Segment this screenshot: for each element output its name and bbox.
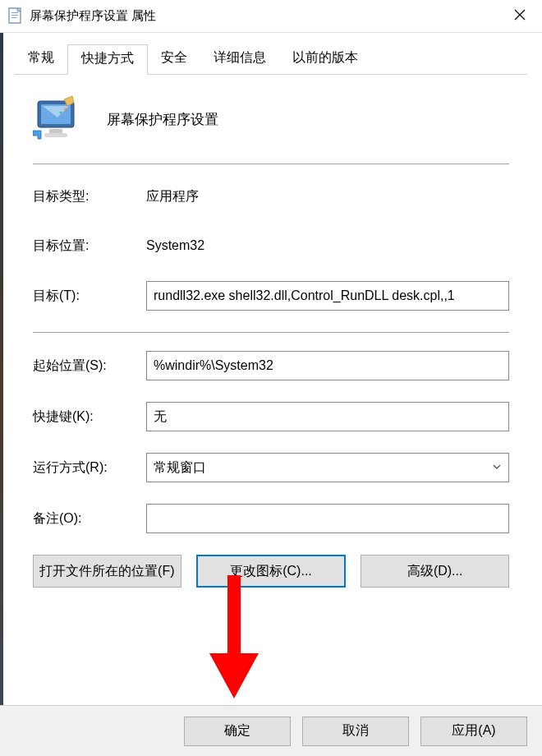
open-file-location-button[interactable]: 打开文件所在的位置(F) (33, 555, 181, 588)
svg-rect-8 (49, 129, 62, 133)
target-input[interactable] (146, 281, 509, 311)
svg-rect-13 (227, 575, 241, 657)
chevron-down-icon (492, 460, 502, 475)
divider (33, 164, 509, 164)
value-target-location: System32 (146, 238, 204, 253)
label-target-location: 目标位置: (33, 237, 146, 255)
label-target: 目标(T): (33, 288, 146, 305)
cancel-button[interactable]: 取消 (302, 717, 409, 746)
start-in-input[interactable] (146, 351, 509, 380)
shortcut-header: 屏幕保护程序设置 (33, 94, 509, 160)
label-shortcut-key: 快捷键(K): (33, 408, 146, 426)
tab-security[interactable]: 安全 (148, 44, 200, 74)
tab-general[interactable]: 常规 (15, 44, 67, 74)
tab-bar: 常规 快捷方式 安全 详细信息 以前的版本 (0, 33, 542, 74)
close-icon (514, 9, 526, 24)
dialog-footer: 确定 取消 应用(A) (0, 705, 542, 756)
tab-shortcut[interactable]: 快捷方式 (67, 44, 148, 75)
row-target-location: 目标位置: System32 (33, 232, 509, 260)
row-run: 运行方式(R): 常规窗口 (33, 453, 509, 482)
svg-point-10 (65, 108, 67, 111)
shortcut-name: 屏幕保护程序设置 (107, 110, 218, 129)
monitor-icon (33, 94, 82, 144)
svg-marker-12 (33, 131, 41, 139)
row-target: 目标(T): (33, 281, 509, 311)
divider (33, 332, 509, 333)
label-target-type: 目标类型: (33, 188, 146, 205)
advanced-button[interactable]: 高级(D)... (361, 555, 509, 588)
ok-button[interactable]: 确定 (184, 717, 291, 746)
svg-rect-4 (11, 17, 16, 18)
row-comment: 备注(O): (33, 504, 509, 533)
title-bar: 屏幕保护程序设置 属性 (0, 0, 542, 33)
tab-details[interactable]: 详细信息 (200, 44, 279, 74)
label-start-in: 起始位置(S): (33, 357, 146, 375)
value-target-type: 应用程序 (146, 188, 199, 205)
row-target-type: 目标类型: 应用程序 (33, 182, 509, 210)
svg-rect-9 (44, 133, 67, 137)
row-start-in: 起始位置(S): (33, 351, 509, 380)
svg-point-11 (60, 112, 62, 114)
window-title: 屏幕保护程序设置 属性 (30, 8, 501, 24)
svg-rect-3 (11, 15, 18, 16)
run-select[interactable]: 常规窗口 (146, 453, 509, 482)
window-icon (8, 7, 23, 25)
apply-button[interactable]: 应用(A) (420, 717, 527, 746)
svg-marker-14 (209, 653, 259, 698)
change-icon-button[interactable]: 更改图标(C)... (196, 555, 347, 588)
close-button[interactable] (501, 3, 539, 30)
window-edge-decoration (0, 33, 3, 756)
button-row: 打开文件所在的位置(F) 更改图标(C)... 高级(D)... (33, 555, 509, 588)
comment-input[interactable] (146, 504, 509, 533)
label-run: 运行方式(R): (33, 459, 146, 477)
tab-previous-versions[interactable]: 以前的版本 (279, 44, 371, 74)
label-comment: 备注(O): (33, 510, 146, 528)
run-select-value: 常规窗口 (154, 459, 206, 477)
tab-content: 屏幕保护程序设置 目标类型: 应用程序 目标位置: System32 目标(T)… (0, 75, 542, 588)
annotation-arrow-icon (209, 575, 259, 698)
row-shortcut-key: 快捷键(K): (33, 402, 509, 431)
svg-rect-2 (11, 12, 18, 13)
shortcut-key-input[interactable] (146, 402, 509, 431)
